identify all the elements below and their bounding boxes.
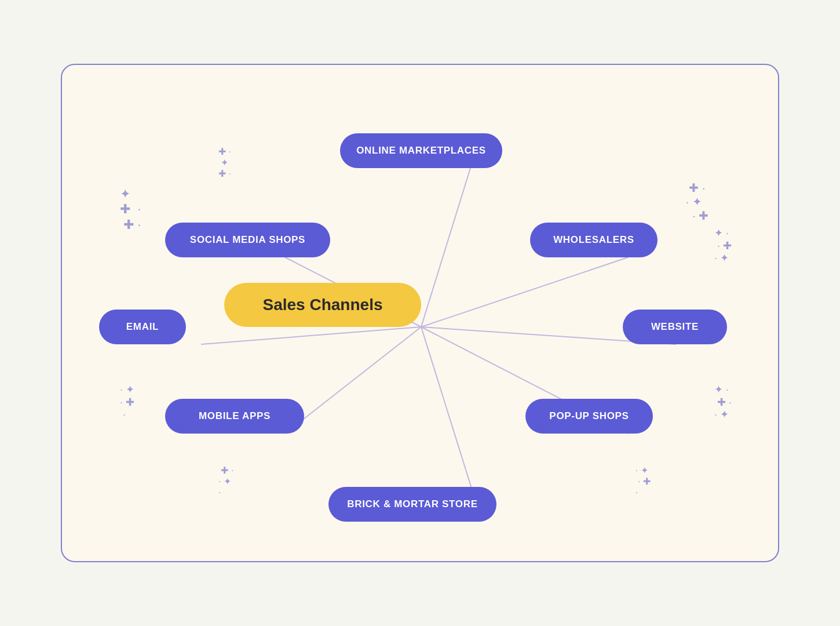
node-brick-mortar: BRICK & MORTAR STORE — [328, 487, 496, 522]
node-email: EMAIL — [99, 310, 186, 344]
social-media-shops-label: SOCIAL MEDIA SHOPS — [190, 234, 305, 246]
node-pop-up-shops: POP-UP SHOPS — [525, 399, 653, 434]
website-label: WEBSITE — [651, 321, 699, 333]
svg-line-2 — [421, 257, 628, 327]
node-mobile-apps: MOBILE APPS — [165, 399, 304, 434]
pop-up-shops-label: POP-UP SHOPS — [549, 410, 629, 422]
node-wholesalers: WHOLESALERS — [530, 223, 658, 257]
svg-line-0 — [421, 168, 470, 327]
wholesalers-label: WHOLESALERS — [553, 234, 634, 246]
svg-line-3 — [201, 327, 421, 344]
svg-line-5 — [285, 327, 421, 434]
online-marketplaces-label: ONLINE MARKETPLACES — [356, 145, 486, 156]
center-label: Sales Channels — [263, 296, 383, 314]
mobile-apps-label: MOBILE APPS — [199, 410, 271, 422]
node-social-media-shops: SOCIAL MEDIA SHOPS — [165, 223, 330, 257]
center-node: Sales Channels — [224, 283, 421, 327]
diagram-area: ✦✚ · ✚ · ✚ ·· ✦ · ✚ ✚ · ✦✚ · ✦ · · ✚· ✦ … — [62, 65, 778, 561]
node-online-marketplaces: ONLINE MARKETPLACES — [340, 133, 502, 168]
diagram-card: ✦✚ · ✚ · ✚ ·· ✦ · ✚ ✚ · ✦✚ · ✦ · · ✚· ✦ … — [61, 64, 779, 562]
email-label: EMAIL — [126, 321, 159, 333]
node-website: WEBSITE — [623, 310, 727, 344]
brick-mortar-label: BRICK & MORTAR STORE — [347, 498, 477, 510]
